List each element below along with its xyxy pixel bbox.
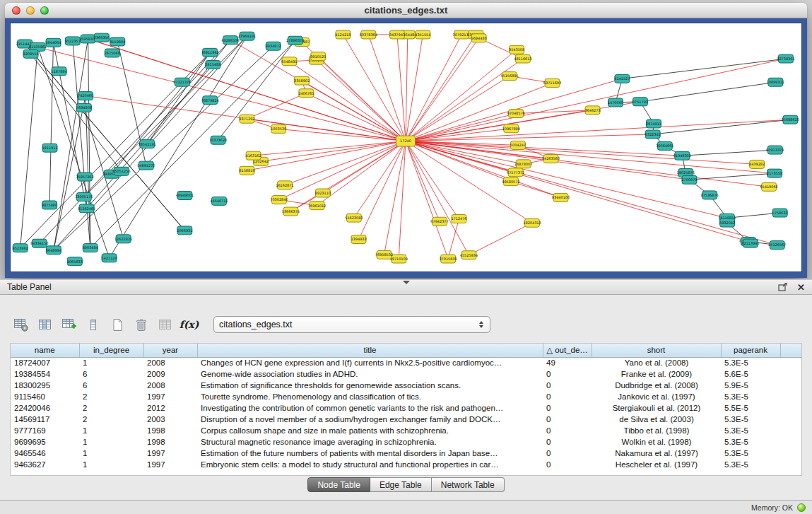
svg-text:9875880: 9875880 bbox=[42, 203, 57, 207]
table-cell: 2 bbox=[79, 391, 143, 402]
svg-text:4163162: 4163162 bbox=[246, 153, 261, 158]
panel-divider-handle[interactable] bbox=[403, 281, 410, 284]
table-mode-button[interactable] bbox=[11, 315, 30, 334]
svg-text:4439282: 4439282 bbox=[749, 162, 765, 166]
svg-text:81105961: 81105961 bbox=[29, 45, 47, 49]
float-window-icon bbox=[778, 283, 787, 291]
column-header-1[interactable]: in_degree bbox=[79, 344, 143, 357]
table-cell: 1997 bbox=[143, 459, 197, 470]
svg-text:5167894: 5167894 bbox=[52, 69, 67, 74]
table-cell: 9463627 bbox=[11, 459, 79, 470]
svg-text:49710109: 49710109 bbox=[390, 257, 408, 261]
network-graph[interactable]: 5056448443515543079217383008452569443048… bbox=[11, 23, 801, 271]
svg-text:93440100: 93440100 bbox=[552, 195, 570, 199]
show-columns-button[interactable] bbox=[35, 315, 54, 334]
svg-text:81262465: 81262465 bbox=[78, 206, 95, 211]
table-cell: Investigating the contribution of common… bbox=[197, 402, 543, 414]
svg-text:3646273: 3646273 bbox=[584, 108, 600, 112]
table-panel: Table Panel ✕ bbox=[0, 279, 812, 500]
column-header-2[interactable]: year bbox=[143, 344, 197, 357]
svg-text:97048576: 97048576 bbox=[507, 111, 524, 115]
window-titlebar[interactable]: citations_edges.txt bbox=[5, 3, 807, 18]
table-cell: Tourette syndrome. Phenomenology and cla… bbox=[197, 391, 543, 402]
svg-text:10899312: 10899312 bbox=[767, 80, 784, 84]
table-cell: Yano et al. (2008) bbox=[592, 357, 721, 368]
table-mode-icon bbox=[13, 317, 29, 332]
svg-text:55156895: 55156895 bbox=[500, 74, 518, 78]
svg-text:1911911: 1911911 bbox=[42, 146, 57, 150]
delete-table-button[interactable] bbox=[131, 315, 151, 334]
table-cell: 2008 bbox=[143, 357, 197, 368]
table-cell: 18300295 bbox=[11, 380, 79, 391]
delete-column-icon bbox=[86, 317, 101, 332]
table-cell: 22420046 bbox=[11, 402, 79, 414]
tab-edge-table[interactable]: Edge Table bbox=[370, 477, 432, 492]
minimize-window-button[interactable] bbox=[26, 6, 35, 15]
svg-text:2974911: 2974911 bbox=[646, 122, 661, 126]
table-cell: 0 bbox=[543, 459, 592, 470]
svg-text:1470060: 1470060 bbox=[608, 100, 623, 105]
svg-text:2406765: 2406765 bbox=[298, 91, 314, 95]
table-cell-filler bbox=[780, 459, 802, 470]
table-row[interactable]: 1938455462009Genome-wide association stu… bbox=[11, 368, 802, 380]
column-header-3[interactable]: title bbox=[197, 344, 543, 357]
column-header-6[interactable]: pagerank bbox=[721, 344, 780, 357]
function-builder-button[interactable]: f(x) bbox=[180, 315, 199, 334]
svg-text:51623083: 51623083 bbox=[345, 216, 363, 220]
table-row[interactable]: 1830029562008Estimation of significance … bbox=[11, 380, 802, 391]
column-header-4[interactable]: △ out_de… bbox=[543, 344, 592, 357]
table-cell: 2003 bbox=[143, 414, 197, 425]
table-row[interactable]: 946554611997Estimation of the future num… bbox=[11, 448, 802, 459]
table-cell: 2 bbox=[79, 402, 143, 414]
table-cell: 1 bbox=[79, 357, 143, 368]
delete-column-button[interactable] bbox=[83, 315, 102, 334]
table-cell: Estimation of the future numbers of pati… bbox=[197, 448, 543, 459]
table-row[interactable]: 2242004622012Investigating the contribut… bbox=[11, 402, 802, 414]
import-table-button[interactable] bbox=[155, 315, 175, 334]
table-selector-dropdown[interactable]: citations_edges.txt bbox=[213, 316, 490, 333]
status-bar: Memory: OK bbox=[0, 500, 812, 514]
close-window-button[interactable] bbox=[12, 6, 20, 15]
table-cell: 5.3E-5 bbox=[721, 414, 780, 425]
svg-text:84334150: 84334150 bbox=[30, 241, 48, 245]
svg-text:3358902: 3358902 bbox=[294, 78, 310, 83]
svg-text:76958532: 76958532 bbox=[375, 252, 393, 257]
table-cell-filler bbox=[780, 448, 802, 459]
svg-text:8158819: 8158819 bbox=[239, 168, 254, 173]
column-header-0[interactable]: name bbox=[11, 344, 79, 357]
new-table-button[interactable] bbox=[107, 315, 126, 334]
svg-text:2700979: 2700979 bbox=[681, 177, 697, 182]
create-column-button[interactable] bbox=[59, 315, 78, 334]
svg-text:42113945: 42113945 bbox=[741, 241, 759, 245]
table-cell: 0 bbox=[543, 448, 592, 459]
svg-text:7694809: 7694809 bbox=[76, 105, 92, 110]
column-header-5[interactable]: short bbox=[592, 344, 721, 357]
svg-text:3910520: 3910520 bbox=[310, 54, 326, 59]
svg-text:61949302: 61949302 bbox=[673, 153, 691, 158]
svg-text:2915488: 2915488 bbox=[205, 62, 220, 66]
tab-network-table[interactable]: Network Table bbox=[432, 477, 505, 492]
table-row[interactable]: 1456911722003Disruption of a novel membe… bbox=[11, 414, 802, 425]
svg-text:44546712: 44546712 bbox=[210, 199, 228, 203]
svg-text:76879824: 76879824 bbox=[201, 98, 219, 103]
float-panel-icon[interactable] bbox=[778, 283, 787, 291]
table-row[interactable]: 911546021997Tourette syndrome. Phenomeno… bbox=[11, 391, 802, 402]
zoom-window-button[interactable] bbox=[40, 6, 49, 15]
table-cell: 0 bbox=[543, 368, 592, 380]
table-panel-header: Table Panel ✕ bbox=[0, 279, 812, 295]
table-row[interactable]: 946362711997Embryonic stem cells: a mode… bbox=[11, 459, 802, 470]
table-cell: 1998 bbox=[143, 436, 197, 448]
tab-node-table[interactable]: Node Table bbox=[307, 477, 370, 492]
table-cell: 1 bbox=[79, 459, 143, 470]
table-cell: 0 bbox=[543, 425, 592, 436]
network-canvas[interactable]: 5056448443515543079217383008452569443048… bbox=[10, 23, 802, 272]
table-row[interactable]: 969969511998Structural magnetic resonanc… bbox=[11, 436, 802, 448]
table-cell: 2008 bbox=[143, 380, 197, 391]
svg-text:8159894: 8159894 bbox=[110, 40, 125, 44]
table-row[interactable]: 977716911998Corpus callosum shape and si… bbox=[11, 425, 802, 436]
table-cell: Estimation of significance thresholds fo… bbox=[197, 380, 543, 391]
table-row[interactable]: 1872400712008Changes of HCN gene express… bbox=[11, 357, 802, 368]
svg-text:67942377: 67942377 bbox=[430, 219, 448, 223]
close-panel-icon[interactable]: ✕ bbox=[797, 283, 805, 292]
svg-text:1394933: 1394933 bbox=[351, 237, 366, 241]
